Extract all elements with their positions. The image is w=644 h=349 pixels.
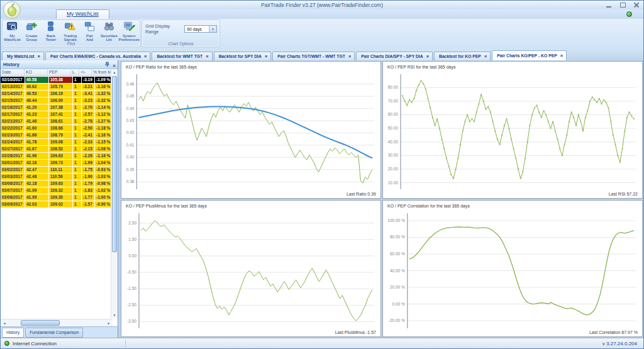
- table-row[interactable]: 02/22/201741.60108.661-2.50-1.18 %: [1, 125, 111, 131]
- chart-last-value-label: Last Correlation 87.97 %: [589, 330, 638, 335]
- cell-date: 02/21/2017: [1, 118, 25, 125]
- table-row[interactable]: 02/16/201741.20107.381-2.70-1.14 %: [1, 104, 111, 111]
- cell-l: 1: [73, 174, 81, 180]
- minimize-icon: [606, 6, 611, 8]
- doc-tab-pair-charts-dia-spy-spy-dia[interactable]: Pair Charts DIA/SPY - SPY DIA×: [356, 52, 433, 60]
- table-row[interactable]: 03/08/201741.99109.301-1.77-1.00 %: [1, 194, 111, 201]
- chevron-down-icon: ▼: [209, 26, 216, 32]
- vertical-scrollbar[interactable]: ▲ ▼: [111, 69, 118, 318]
- cell-pct: -1.14 %: [95, 104, 111, 111]
- cell-l: 1: [73, 111, 81, 118]
- cell-pct: -1.00 %: [95, 194, 111, 201]
- cell-pep: 105.38: [49, 77, 72, 83]
- column-header-l[interactable]: L: [71, 69, 79, 75]
- table-row[interactable]: 02/17/201741.23107.411-2.57-1.12 %: [1, 111, 111, 118]
- cell-pm: -1.75: [82, 167, 94, 173]
- table-row[interactable]: 02/27/201741.67108.521-2.15-1.08 %: [1, 146, 111, 152]
- cell-pct: -1.16 %: [95, 84, 111, 90]
- doc-tab-pair-charts-ko-pep-ko-pep[interactable]: Pair Charts KO/PEP - KO PEP×: [492, 50, 567, 60]
- connection-status-label: Internet Connection: [13, 341, 57, 346]
- minimize-button[interactable]: [605, 2, 613, 8]
- back-tester-button[interactable]: Back Tester: [42, 21, 61, 42]
- tab-close-icon[interactable]: ×: [206, 53, 208, 59]
- ribbon-tab-my-watchlist[interactable]: My WatchList: [56, 9, 109, 19]
- close-button[interactable]: [633, 2, 640, 8]
- table-row[interactable]: 02/10/201740.58105.381-3.19-1.09 %: [1, 77, 111, 83]
- table-row[interactable]: 03/03/201742.48110.561-1.90-1.03 %: [1, 174, 111, 180]
- vertical-scroll-thumb[interactable]: [112, 76, 117, 252]
- tab-close-icon[interactable]: ×: [348, 53, 351, 59]
- scroll-right-icon[interactable]: ►: [106, 320, 112, 326]
- my-watchlist-button[interactable]: My WatchList: [3, 21, 22, 42]
- cell-pm: -1.77: [82, 194, 94, 201]
- chart-title: KO / PEP PlusMinus for the last 365 days: [126, 204, 207, 208]
- doc-tab-pair-charts-tgt-wmt-wmt-tgt[interactable]: Pair Charts TGT/WMT - WMT TGT×: [272, 52, 355, 60]
- cell-pm: -2.26: [82, 153, 94, 159]
- system-preferences-button[interactable]: System Preferences: [119, 21, 140, 42]
- cell-l: 1: [73, 153, 81, 159]
- tab-history[interactable]: History: [2, 328, 24, 338]
- doc-tab-my-watchlist[interactable]: My WatchList×: [2, 52, 44, 60]
- doc-tab-pair-charts-ewa-ewc-canada-vs-australia[interactable]: Pair Charts EWA/EWC - Canada vs. Austral…: [45, 52, 150, 60]
- table-row[interactable]: 02/13/201740.62105.791-3.21-1.16 %: [1, 84, 111, 90]
- column-header--from-mean[interactable]: % from Mean: [92, 69, 111, 75]
- tab-fundamental-comparison[interactable]: Fundamental Comparison: [25, 328, 83, 338]
- maximize-button[interactable]: [619, 2, 626, 8]
- tab-close-icon[interactable]: ×: [38, 53, 40, 59]
- pair-add-button[interactable]: Pair Add: [80, 21, 99, 42]
- svg-text:0.45: 0.45: [126, 94, 135, 98]
- securities-list-button[interactable]: Securities List: [99, 21, 119, 42]
- trading-signals-button[interactable]: Trading Signals: [60, 21, 80, 42]
- table-row[interactable]: 03/01/201742.16109.731-1.99-1.04 %: [1, 160, 111, 166]
- column-header--[interactable]: +/-: [79, 69, 92, 75]
- tab-close-icon[interactable]: ×: [484, 53, 487, 59]
- doc-tab-label: Backtest for KO PEP: [439, 54, 481, 58]
- app-logo-icon[interactable]: [3, 1, 21, 19]
- scroll-left-icon[interactable]: ◄: [1, 320, 8, 326]
- create-group-button[interactable]: Create Group: [22, 21, 42, 42]
- ribbon-tab-strip: My WatchList: [1, 9, 643, 19]
- main-area: History × DateKOPEPL+/-% from Mean 02/10…: [1, 60, 643, 338]
- help-icon[interactable]: [626, 11, 632, 17]
- cell-pct: -0.98 %: [95, 180, 111, 187]
- column-header-ko[interactable]: KO: [25, 69, 48, 75]
- svg-text:-0.50: -0.50: [127, 270, 136, 274]
- doc-tab-backtest-for-ko-pep[interactable]: Backtest for KO PEP×: [434, 52, 491, 60]
- tab-close-icon[interactable]: ×: [144, 53, 147, 59]
- cell-ko: 42.48: [25, 174, 48, 180]
- doc-tab-label: Pair Charts EWA/EWC - Canada vs. Austral…: [50, 54, 141, 58]
- cell-ko: 41.96: [25, 153, 48, 159]
- cell-pep: 109.73: [49, 160, 72, 166]
- panel-close-icon[interactable]: ×: [113, 63, 116, 69]
- scroll-down-icon[interactable]: ▼: [111, 312, 118, 318]
- table-row[interactable]: 03/07/201741.99109.321-1.83-1.02 %: [1, 187, 111, 194]
- horizontal-scrollbar[interactable]: ◄ ►: [1, 319, 113, 326]
- pilot-buttons: My WatchListCreate GroupBack TesterTradi…: [3, 20, 140, 42]
- horizontal-scroll-thumb[interactable]: [21, 320, 60, 326]
- cell-pm: -1.90: [82, 174, 94, 180]
- scroll-up-icon[interactable]: ▲: [111, 69, 118, 75]
- cell-date: 03/02/2017: [1, 167, 25, 173]
- column-header-pep[interactable]: PEP: [48, 69, 71, 75]
- table-row[interactable]: 02/23/201741.66108.791-2.41-1.16 %: [1, 132, 111, 138]
- table-row[interactable]: 02/21/201741.46108.611-2.78-1.27 %: [1, 118, 111, 125]
- doc-tab-backtest-for-spy-dia[interactable]: Backtest for SPY DIA×: [214, 52, 272, 60]
- table-row[interactable]: 03/09/201742.03109.021-1.57-0.90 %: [1, 201, 111, 208]
- tab-close-icon[interactable]: ×: [265, 53, 267, 59]
- cell-l: 1: [73, 97, 81, 104]
- tab-close-icon[interactable]: ×: [426, 53, 429, 59]
- cell-pep: 108.66: [49, 125, 72, 131]
- table-row[interactable]: 03/06/201742.18109.631-1.79-0.98 %: [1, 180, 111, 187]
- table-row[interactable]: 02/28/201741.96109.631-2.26-1.16 %: [1, 153, 111, 159]
- column-header-date[interactable]: Date: [1, 69, 25, 75]
- grid-display-range-select[interactable]: 90 days ▼: [184, 25, 217, 33]
- cell-pct: -1.12 %: [95, 111, 111, 118]
- table-row[interactable]: 02/15/201740.44106.001-3.23-1.32 %: [1, 97, 111, 104]
- doc-tab-backtest-for-wmt-tgt[interactable]: Backtest for WMT TGT×: [152, 52, 212, 60]
- table-row[interactable]: 03/02/201742.47110.111-1.75-0.93 %: [1, 167, 111, 173]
- table-row[interactable]: 02/14/201740.53106.191-3.41-1.32 %: [1, 91, 111, 97]
- window-controls: [605, 2, 640, 8]
- table-row[interactable]: 02/24/201741.78109.081-2.33-1.15 %: [1, 139, 111, 145]
- tab-close-icon[interactable]: ×: [560, 53, 563, 58]
- cell-pm: -3.41: [82, 91, 94, 97]
